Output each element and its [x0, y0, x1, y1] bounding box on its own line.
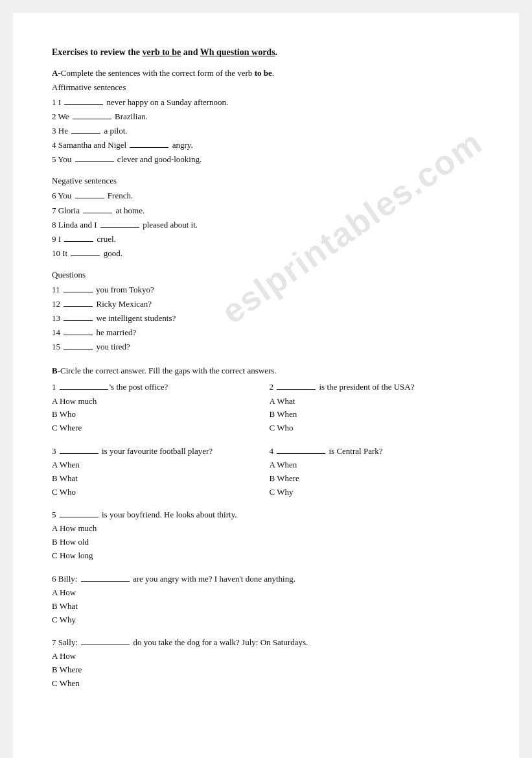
- q7-opt-c: C When: [52, 677, 480, 691]
- q5-block: 5 is your boyfriend. He looks about thir…: [52, 508, 480, 562]
- negative-line-2: 7 Gloria at home.: [52, 204, 480, 218]
- q3-q4-row: 3 is your favourite football player? A W…: [52, 444, 480, 499]
- section-a-label: A: [52, 68, 58, 78]
- questions-label: Questions: [52, 270, 480, 280]
- negative-line-1: 6 You French.: [52, 189, 480, 203]
- title-part3: .: [275, 47, 278, 57]
- q7-block: 7 Sally: do you take the dog for a walk?…: [52, 635, 480, 690]
- section-a-bold-word: to be: [255, 68, 272, 78]
- q3-block: 3 is your favourite football player? A W…: [52, 444, 263, 499]
- q5-opt-b: B How old: [52, 536, 480, 549]
- q2-block: 2 is the president of the USA? A What B …: [270, 380, 481, 434]
- q5-opt-a: A How much: [52, 522, 480, 536]
- q4-opt-c: C Why: [270, 486, 481, 499]
- page-title: Exercises to review the verb to be and W…: [52, 45, 480, 59]
- q7-opt-a: A How: [52, 650, 480, 663]
- affirmative-line-4: 4 Samantha and Nigel angry.: [52, 138, 480, 152]
- section-a-instruction: -Complete the sentences with the correct…: [58, 68, 254, 78]
- q1-opt-b: B Who: [52, 408, 263, 421]
- question-line-3: 13 we intelligent students?: [52, 311, 480, 326]
- question-line-2: 12 Ricky Mexican?: [52, 297, 480, 311]
- q3-stem: 3 is your favourite football player?: [52, 444, 263, 458]
- q2-opt-a: A What: [270, 395, 481, 409]
- q3-opt-b: B What: [52, 472, 263, 486]
- q1-opt-c: C Where: [52, 421, 263, 435]
- q2-opt-b: B When: [270, 408, 481, 421]
- q2-stem: 2 is the president of the USA?: [270, 380, 481, 394]
- q6-opt-b: B What: [52, 600, 480, 613]
- affirmative-line-1: 1 I never happy on a Sunday afternoon.: [52, 95, 480, 110]
- title-underline1: verb to be: [142, 47, 181, 57]
- q4-block: 4 is Central Park? A When B Where C Why: [270, 444, 481, 499]
- q1-opt-a: A How much: [52, 395, 263, 409]
- negative-line-5: 10 It good.: [52, 246, 480, 261]
- negative-line-4: 9 I cruel.: [52, 232, 480, 246]
- q1-q2-row: 1 's the post office? A How much B Who C…: [52, 380, 480, 434]
- affirmative-line-5: 5 You clever and good-looking.: [52, 152, 480, 167]
- question-line-5: 15 you tired?: [52, 340, 480, 354]
- section-a-header: A-Complete the sentences with the correc…: [52, 68, 480, 78]
- q1-stem: 1 's the post office?: [52, 380, 263, 394]
- section-b-instruction: -Circle the correct answer. Fill the gap…: [58, 366, 277, 375]
- q2-opt-c: C Who: [270, 421, 481, 435]
- q3-opt-c: C Who: [52, 486, 263, 499]
- q6-opt-a: A How: [52, 586, 480, 600]
- question-line-1: 11 you from Tokyo?: [52, 283, 480, 297]
- section-a-period: .: [272, 68, 274, 78]
- q3-opt-a: A When: [52, 458, 263, 472]
- q4-stem: 4 is Central Park?: [270, 444, 481, 458]
- q4-opt-a: A When: [270, 458, 481, 472]
- title-underline2: Wh question words: [200, 47, 275, 57]
- affirmative-label: Affirmative sentences: [52, 82, 480, 93]
- section-b-header: B-Circle the correct answer. Fill the ga…: [52, 366, 480, 376]
- negative-line-3: 8 Linda and I pleased about it.: [52, 218, 480, 232]
- q6-opt-c: C Why: [52, 613, 480, 627]
- page: eslprintables.com Exercises to review th…: [13, 13, 519, 758]
- q4-opt-b: B Where: [270, 472, 481, 486]
- q7-stem: 7 Sally: do you take the dog for a walk?…: [52, 635, 480, 650]
- affirmative-line-3: 3 He a pilot.: [52, 124, 480, 138]
- negative-label: Negative sentences: [52, 176, 480, 186]
- q5-opt-c: C How long: [52, 549, 480, 563]
- section-b-label: B: [52, 366, 58, 375]
- q1-block: 1 's the post office? A How much B Who C…: [52, 380, 263, 434]
- q6-block: 6 Billy: are you angry with me? I haven'…: [52, 572, 480, 626]
- affirmative-line-2: 2 We Brazilian.: [52, 110, 480, 124]
- title-part2: and: [181, 47, 200, 57]
- q7-opt-b: B Where: [52, 663, 480, 677]
- title-part1: Exercises to review the: [52, 47, 142, 57]
- q5-stem: 5 is your boyfriend. He looks about thir…: [52, 508, 480, 522]
- q6-stem: 6 Billy: are you angry with me? I haven'…: [52, 572, 480, 586]
- question-line-4: 14 he married?: [52, 326, 480, 340]
